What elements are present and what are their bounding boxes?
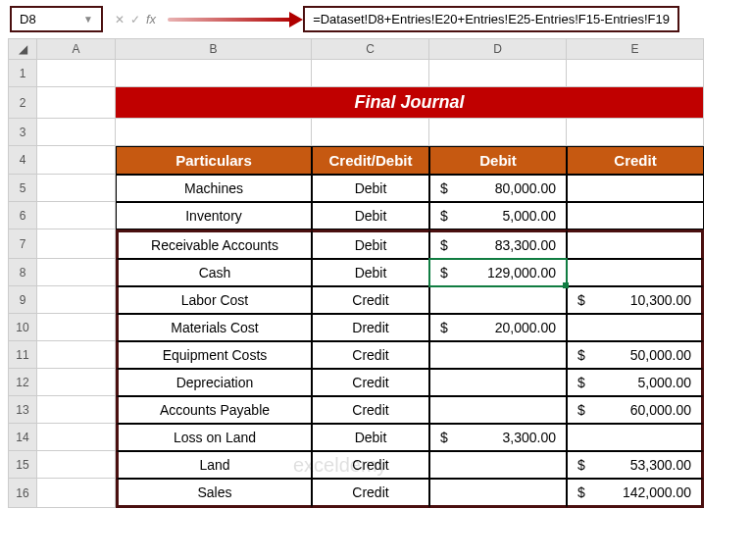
row-header[interactable]: 9	[8, 286, 37, 314]
name-box[interactable]: D8 ▼	[10, 6, 103, 32]
empty[interactable]	[37, 87, 116, 119]
money-cell[interactable]	[429, 451, 567, 479]
empty[interactable]	[37, 175, 116, 202]
empty[interactable]	[37, 314, 116, 341]
empty[interactable]	[37, 259, 116, 286]
particular-cell[interactable]: Loss on Land	[116, 424, 312, 451]
empty[interactable]	[312, 119, 429, 146]
money-cell[interactable]: $80,000.00	[429, 175, 567, 202]
money-cell[interactable]: $5,000.00	[429, 202, 567, 229]
empty[interactable]	[116, 119, 312, 146]
cd-cell[interactable]: Debit	[312, 175, 429, 202]
cd-cell[interactable]: Credit	[312, 479, 429, 508]
row-header[interactable]: 5	[8, 175, 37, 202]
row-header[interactable]: 1	[8, 60, 37, 87]
cd-cell[interactable]: Debit	[312, 424, 429, 451]
particular-cell[interactable]: Labor Cost	[116, 286, 312, 314]
cd-cell[interactable]: Dredit	[312, 314, 429, 341]
particular-cell[interactable]: Receivable Accounts	[116, 229, 312, 259]
empty[interactable]	[37, 286, 116, 314]
cd-cell[interactable]: Creditexceldemy	[312, 451, 429, 479]
chevron-down-icon[interactable]: ▼	[83, 14, 93, 25]
particular-cell[interactable]: Depreciation	[116, 369, 312, 396]
row-header[interactable]: 7	[8, 229, 37, 259]
money-cell[interactable]	[429, 286, 567, 314]
col-header-a[interactable]: A	[37, 38, 116, 60]
fx-icon[interactable]: fx	[146, 12, 156, 26]
particular-cell[interactable]: Materials Cost	[116, 314, 312, 341]
empty[interactable]	[37, 202, 116, 229]
cd-cell[interactable]: Credit	[312, 369, 429, 396]
row-header[interactable]: 6	[8, 202, 37, 229]
row-header[interactable]: 13	[8, 396, 37, 424]
particular-cell[interactable]: Sales	[116, 479, 312, 508]
row-header[interactable]: 11	[8, 341, 37, 369]
empty[interactable]	[37, 119, 116, 146]
particular-cell[interactable]: Land	[116, 451, 312, 479]
money-cell[interactable]: $20,000.00	[429, 314, 567, 341]
empty[interactable]	[37, 451, 116, 479]
money-cell[interactable]: $142,000.00	[567, 479, 704, 508]
empty[interactable]	[37, 341, 116, 369]
row-header[interactable]: 12	[8, 369, 37, 396]
empty[interactable]	[37, 369, 116, 396]
row-header[interactable]: 10	[8, 314, 37, 341]
money-cell[interactable]: $83,300.00	[429, 229, 567, 259]
cd-cell[interactable]: Credit	[312, 286, 429, 314]
col-header-b[interactable]: B	[116, 38, 312, 60]
money-cell[interactable]: $129,000.00	[429, 259, 567, 286]
particular-cell[interactable]: Inventory	[116, 202, 312, 229]
row-header[interactable]: 16	[8, 479, 37, 508]
empty[interactable]	[37, 424, 116, 451]
empty[interactable]	[429, 60, 567, 87]
select-all-corner[interactable]: ◢	[8, 38, 37, 60]
cd-cell[interactable]: Debit	[312, 202, 429, 229]
money-cell[interactable]	[567, 202, 704, 229]
row-header[interactable]: 8	[8, 259, 37, 286]
row-header[interactable]: 2	[8, 87, 37, 119]
money-cell[interactable]: $50,000.00	[567, 341, 704, 369]
money-cell[interactable]	[567, 175, 704, 202]
empty[interactable]	[37, 479, 116, 508]
particular-cell[interactable]: Equipment Costs	[116, 341, 312, 369]
empty[interactable]	[116, 60, 312, 87]
money-cell[interactable]	[429, 369, 567, 396]
formula-input[interactable]: =Dataset!D8+Entries!E20+Entries!E25-Entr…	[303, 6, 679, 32]
empty[interactable]	[429, 119, 567, 146]
cd-cell[interactable]: Credit	[312, 396, 429, 424]
empty[interactable]	[567, 119, 704, 146]
cd-cell[interactable]: Debit	[312, 259, 429, 286]
money-cell[interactable]	[567, 259, 704, 286]
empty[interactable]	[312, 60, 429, 87]
row-header[interactable]: 3	[8, 119, 37, 146]
empty[interactable]	[37, 396, 116, 424]
cd-cell[interactable]: Credit	[312, 341, 429, 369]
row-header[interactable]: 4	[8, 146, 37, 175]
cd-cell[interactable]: Debit	[312, 229, 429, 259]
particular-cell[interactable]: Accounts Payable	[116, 396, 312, 424]
particular-cell[interactable]: Machines	[116, 175, 312, 202]
money-cell[interactable]: $10,300.00	[567, 286, 704, 314]
money-cell[interactable]: $60,000.00	[567, 396, 704, 424]
money-cell[interactable]	[429, 396, 567, 424]
row-header[interactable]: 14	[8, 424, 37, 451]
empty[interactable]	[37, 146, 116, 175]
col-header-d[interactable]: D	[429, 38, 567, 60]
empty[interactable]	[567, 60, 704, 87]
particular-cell[interactable]: Cash	[116, 259, 312, 286]
money-cell[interactable]	[567, 424, 704, 451]
money-cell[interactable]	[429, 341, 567, 369]
money-cell[interactable]	[567, 314, 704, 341]
money-cell[interactable]: $3,300.00	[429, 424, 567, 451]
row-header[interactable]: 15	[8, 451, 37, 479]
cancel-icon[interactable]: ✕	[115, 13, 125, 26]
empty[interactable]	[37, 229, 116, 259]
col-header-e[interactable]: E	[567, 38, 704, 60]
empty[interactable]	[37, 60, 116, 87]
col-header-c[interactable]: C	[312, 38, 429, 60]
money-cell[interactable]: $53,300.00	[567, 451, 704, 479]
money-cell[interactable]	[429, 479, 567, 508]
fill-handle[interactable]	[563, 282, 569, 288]
money-cell[interactable]: $5,000.00	[567, 369, 704, 396]
check-icon[interactable]: ✓	[130, 13, 140, 26]
